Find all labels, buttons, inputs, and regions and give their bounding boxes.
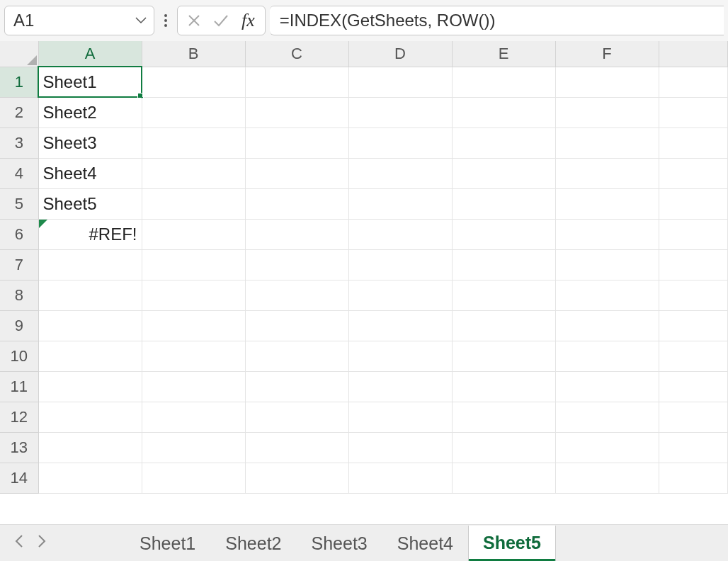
cell-e11[interactable] xyxy=(452,371,555,402)
cell-d3[interactable] xyxy=(348,128,452,158)
tab-sheet5[interactable]: Sheet5 xyxy=(468,526,556,561)
cell-f11[interactable] xyxy=(555,371,659,402)
cell-b10[interactable] xyxy=(142,341,245,371)
cell-f7[interactable] xyxy=(555,249,659,280)
cell-f8[interactable] xyxy=(555,280,659,310)
kebab-menu-icon[interactable] xyxy=(159,14,173,27)
cell-filler-8[interactable] xyxy=(659,280,728,310)
cell-c13[interactable] xyxy=(245,432,348,463)
cell-e14[interactable] xyxy=(452,463,555,493)
cell-f3[interactable] xyxy=(555,128,659,158)
cell-b4[interactable] xyxy=(142,158,245,188)
cell-filler-7[interactable] xyxy=(659,249,728,280)
cell-d5[interactable] xyxy=(348,188,452,219)
cell-c8[interactable] xyxy=(245,280,348,310)
cell-d14[interactable] xyxy=(348,463,452,493)
cell-e13[interactable] xyxy=(452,432,555,463)
cell-c3[interactable] xyxy=(245,128,348,158)
cell-c4[interactable] xyxy=(245,158,348,188)
sheet-next-icon[interactable] xyxy=(37,534,47,552)
cell-d11[interactable] xyxy=(348,371,452,402)
cell-b1[interactable] xyxy=(142,67,245,97)
cell-c11[interactable] xyxy=(245,371,348,402)
cell-b3[interactable] xyxy=(142,128,245,158)
row-header-9[interactable]: 9 xyxy=(0,310,38,341)
cell-a2[interactable]: Sheet2 xyxy=(38,97,142,128)
cell-c5[interactable] xyxy=(245,188,348,219)
cell-e1[interactable] xyxy=(452,67,555,97)
tab-sheet4[interactable]: Sheet4 xyxy=(382,526,468,561)
fx-icon[interactable]: fx xyxy=(234,10,262,31)
cell-a11[interactable] xyxy=(38,371,142,402)
cell-filler-9[interactable] xyxy=(659,310,728,341)
cell-a5[interactable]: Sheet5 xyxy=(38,188,142,219)
cell-a6[interactable]: #REF! xyxy=(38,219,142,249)
cell-f12[interactable] xyxy=(555,402,659,432)
cell-b9[interactable] xyxy=(142,310,245,341)
cell-f14[interactable] xyxy=(555,463,659,493)
row-header-13[interactable]: 13 xyxy=(0,432,38,463)
cancel-icon[interactable] xyxy=(181,7,207,34)
cell-f10[interactable] xyxy=(555,341,659,371)
cell-filler-1[interactable] xyxy=(659,67,728,97)
cell-d8[interactable] xyxy=(348,280,452,310)
cell-d7[interactable] xyxy=(348,249,452,280)
column-header-c[interactable]: C xyxy=(245,41,348,67)
row-header-2[interactable]: 2 xyxy=(0,97,38,128)
select-all-corner[interactable] xyxy=(0,41,38,67)
cell-filler-12[interactable] xyxy=(659,402,728,432)
formula-input[interactable]: =INDEX(GetSheets, ROW()) xyxy=(270,6,724,35)
cell-c9[interactable] xyxy=(245,310,348,341)
cell-e9[interactable] xyxy=(452,310,555,341)
cell-filler-14[interactable] xyxy=(659,463,728,493)
cell-b6[interactable] xyxy=(142,219,245,249)
cell-a10[interactable] xyxy=(38,341,142,371)
cell-a12[interactable] xyxy=(38,402,142,432)
cell-c12[interactable] xyxy=(245,402,348,432)
cell-f2[interactable] xyxy=(555,97,659,128)
cell-a3[interactable]: Sheet3 xyxy=(38,128,142,158)
column-header-f[interactable]: F xyxy=(555,41,659,67)
cell-e7[interactable] xyxy=(452,249,555,280)
row-header-4[interactable]: 4 xyxy=(0,158,38,188)
cell-d9[interactable] xyxy=(348,310,452,341)
row-header-8[interactable]: 8 xyxy=(0,280,38,310)
row-header-10[interactable]: 10 xyxy=(0,341,38,371)
cell-b14[interactable] xyxy=(142,463,245,493)
cell-filler-3[interactable] xyxy=(659,128,728,158)
cell-e3[interactable] xyxy=(452,128,555,158)
cell-c2[interactable] xyxy=(245,97,348,128)
cell-a7[interactable] xyxy=(38,249,142,280)
cell-a9[interactable] xyxy=(38,310,142,341)
cell-b8[interactable] xyxy=(142,280,245,310)
cell-f6[interactable] xyxy=(555,219,659,249)
cell-b12[interactable] xyxy=(142,402,245,432)
cell-a1[interactable]: Sheet1 xyxy=(38,67,142,97)
cell-b11[interactable] xyxy=(142,371,245,402)
cell-filler-10[interactable] xyxy=(659,341,728,371)
tab-sheet1[interactable]: Sheet1 xyxy=(125,526,210,561)
cell-c7[interactable] xyxy=(245,249,348,280)
cell-c10[interactable] xyxy=(245,341,348,371)
cell-d6[interactable] xyxy=(348,219,452,249)
column-header-e[interactable]: E xyxy=(452,41,555,67)
row-header-12[interactable]: 12 xyxy=(0,402,38,432)
column-header-b[interactable]: B xyxy=(142,41,245,67)
cell-a4[interactable]: Sheet4 xyxy=(38,158,142,188)
cell-d10[interactable] xyxy=(348,341,452,371)
tab-sheet3[interactable]: Sheet3 xyxy=(297,526,382,561)
row-header-3[interactable]: 3 xyxy=(0,128,38,158)
cell-e10[interactable] xyxy=(452,341,555,371)
cell-filler-5[interactable] xyxy=(659,188,728,219)
cell-f5[interactable] xyxy=(555,188,659,219)
cell-b2[interactable] xyxy=(142,97,245,128)
cell-filler-11[interactable] xyxy=(659,371,728,402)
chevron-down-icon[interactable] xyxy=(135,14,147,27)
name-box[interactable]: A1 xyxy=(4,6,154,35)
cell-e8[interactable] xyxy=(452,280,555,310)
cell-d1[interactable] xyxy=(348,67,452,97)
cell-c14[interactable] xyxy=(245,463,348,493)
row-header-6[interactable]: 6 xyxy=(0,219,38,249)
cell-e5[interactable] xyxy=(452,188,555,219)
row-header-5[interactable]: 5 xyxy=(0,188,38,219)
